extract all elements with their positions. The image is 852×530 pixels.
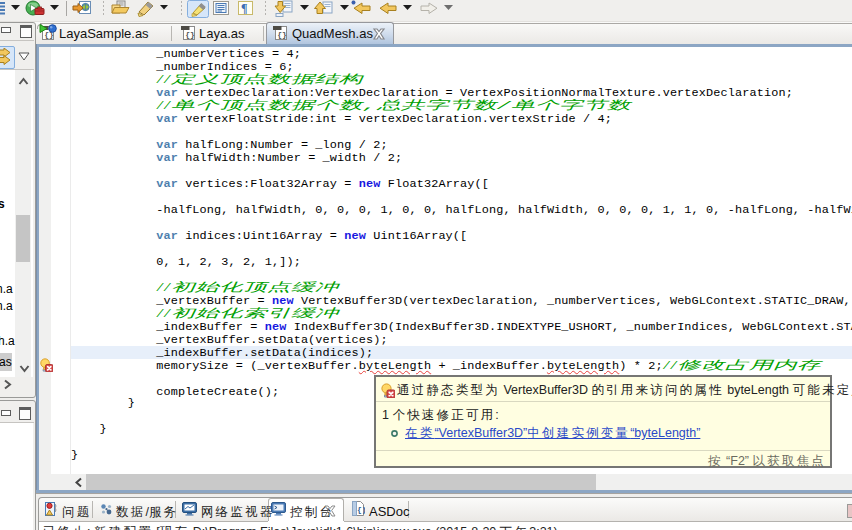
svg-text:{): {) [357,505,365,514]
svg-text:{}: {} [185,30,195,39]
svg-text:{}: {} [277,30,287,39]
svg-text:¶: ¶ [241,1,247,15]
